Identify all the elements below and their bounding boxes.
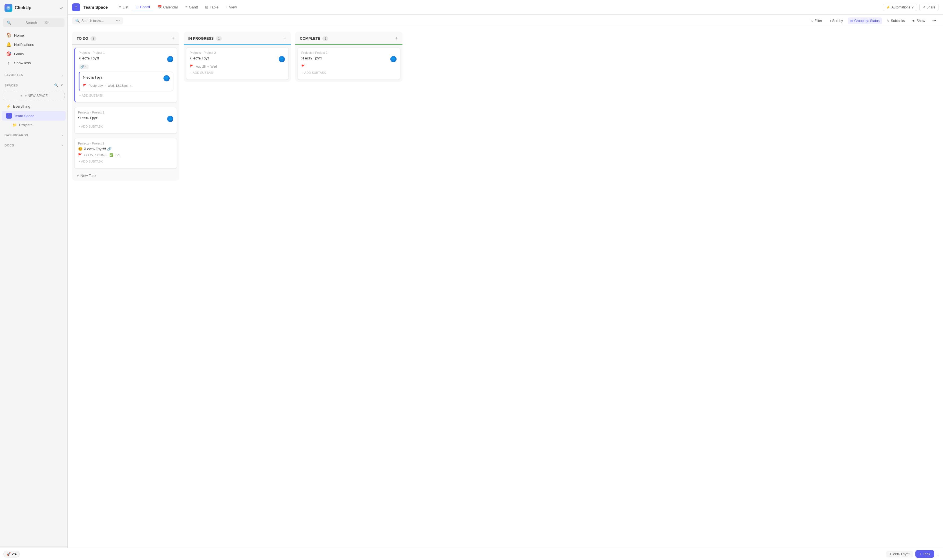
share-icon: ↗ [923,5,925,9]
rocket-badge[interactable]: 🚀 2/4 [3,551,20,557]
plus-icon: + [919,552,921,556]
share-button[interactable]: ↗ Share [919,4,938,11]
card-meta: 🚩 Aug 28 → Wed [190,65,285,68]
new-task-button[interactable]: + New Task [72,171,179,180]
main-content: T Team Space ≡ List ⊞ Board 📅 Calendar ≡… [68,0,943,560]
table-icon: ⊟ [205,5,208,9]
tab-gantt[interactable]: ≡ Gantt [182,3,201,11]
sidebar-item-team-space[interactable]: T Team Space [2,111,66,120]
logo-icon [5,4,12,12]
add-subtask-button[interactable]: + ADD SUBTASK [78,123,173,130]
task-preview[interactable]: Я есть Грут!! [886,551,913,557]
sidebar-item-notifications[interactable]: 🔔 Notifications [2,40,66,49]
task-card[interactable]: Projects › Project 2 Я есть Грут 🌐 🚩 Aug… [186,47,288,80]
show-button[interactable]: 👁 Show [909,17,928,24]
automations-icon: ⚡ [886,5,890,9]
search-options-icon[interactable]: ••• [116,18,120,23]
column-count-complete: 1 [322,36,328,41]
spaces-label: SPACES [5,84,18,87]
new-task-label: New Task [81,174,96,178]
column-todo: TO DO 3 + Projects › Project 1 Я есть Гр… [72,32,179,180]
sidebar-item-home[interactable]: 🏠 Home [2,31,66,40]
column-header-todo: TO DO 3 + [72,32,179,45]
card-breadcrumb: Projects › Project 1 [78,111,173,114]
search-input[interactable] [82,19,114,23]
everything-icon: ⚡ [6,104,11,108]
topbar: T Team Space ≡ List ⊞ Board 📅 Calendar ≡… [68,0,943,15]
subcard[interactable]: Я есть Грут 🌐 🚩 Yesterday → Wed, 12:15am… [79,72,173,91]
sort-button[interactable]: ↕ Sort by [827,17,846,24]
logo-text: ClickUp [15,5,32,11]
card-title: Я есть Грут! [301,56,390,60]
subcard-meta: 🚩 Yesterday → Wed, 12:15am 🏷 [83,84,169,87]
flag-red-icon: 🚩 [301,65,305,68]
grid-view-icon[interactable]: ⊞ [937,552,940,556]
add-task-label: Task [923,552,930,556]
task-card[interactable]: Projects › Project 2 😊 Я есть Грут!!! 🔗 … [74,138,177,168]
tab-calendar[interactable]: 📅 Calendar [154,3,182,11]
spaces-chevron-icon[interactable]: ∨ [61,83,63,87]
spaces-icons: 🔍 ∨ [54,83,63,87]
topbar-title: Team Space [83,5,108,9]
assignee-avatar: 🌐 [390,56,396,62]
assignee-avatar: 🌐 [279,56,285,62]
topbar-right: ⚡ Automations ∨ ↗ Share [883,4,938,11]
filter-button[interactable]: ▽ Filter [808,17,824,24]
subtasks-button[interactable]: ↳ Subtasks [884,17,907,24]
card-title: Я есть Грут! [79,56,167,60]
tab-add-view[interactable]: + View [222,3,240,11]
tab-board[interactable]: ⊞ Board [132,3,153,11]
sidebar-item-goals[interactable]: 🎯 Goals [2,49,66,58]
card-header: Я есть Грут! 🌐 [301,56,396,62]
add-task-button[interactable]: + Task [915,550,934,558]
card-meta: 🔗 1 [79,65,173,69]
search-icon: 🔍 [75,18,80,23]
sidebar-item-projects[interactable]: 📁 Projects [2,121,66,129]
board-toolbar: 🔍 ••• ▽ Filter ↕ Sort by ⊞ Group by: Sta… [68,15,943,27]
sidebar-item-everything[interactable]: ⚡ Everything [2,102,66,111]
add-subtask-button[interactable]: + ADD SUBTASK [78,158,173,165]
column-add-todo[interactable]: + [172,35,175,42]
subtask-count: 1 [85,65,87,69]
column-title-inprogress: IN PROGRESS [188,36,214,40]
task-card[interactable]: Projects › Project 1 Я есть Грут! 🌐 🔗 1 [74,47,177,103]
task-card[interactable]: Projects › Project 2 Я есть Грут! 🌐 🚩 + … [297,47,400,80]
automations-button[interactable]: ⚡ Automations ∨ [883,4,917,11]
card-header: Я есть Грут! 🌐 [79,56,173,62]
tab-table[interactable]: ⊟ Table [202,3,222,11]
search-icon: 🔍 [7,20,23,25]
docs-expand-icon[interactable]: › [62,144,63,147]
sidebar-item-label: Goals [14,52,24,56]
dashboards-expand-icon[interactable]: › [62,134,63,137]
sidebar-nav: 🏠 Home 🔔 Notifications 🎯 Goals ↑ Show le… [0,29,67,69]
docs-section[interactable]: DOCS › [0,142,67,149]
favorites-expand-icon[interactable]: › [62,73,63,77]
column-add-complete[interactable]: + [395,35,398,42]
home-icon: 🏠 [6,33,11,38]
sidebar-item-show-less[interactable]: ↑ Show less [2,58,66,67]
add-subtask-button[interactable]: + ADD SUBTASK [79,92,173,99]
tab-list[interactable]: ≡ List [116,3,132,11]
card-breadcrumb: Projects › Project 2 [301,51,396,54]
card-breadcrumb: Projects › Project 2 [78,142,173,145]
board-icon: ⊞ [136,5,139,9]
column-inprogress: IN PROGRESS 1 + Projects › Project 2 Я е… [184,32,291,82]
more-options-button[interactable]: ••• [930,17,938,24]
group-by-button[interactable]: ⊞ Group by: Status [848,17,882,24]
task-search-box[interactable]: 🔍 ••• [72,17,123,25]
add-subtask-button[interactable]: + ADD SUBTASK [301,69,396,76]
gantt-icon: ≡ [185,5,188,9]
column-add-inprogress[interactable]: + [283,35,287,42]
flag-icon: 🚩 [83,84,87,87]
dashboards-label: DASHBOARDS [5,134,28,137]
new-space-button[interactable]: ＋ + NEW SPACE [3,91,65,100]
add-subtask-button[interactable]: + ADD SUBTASK [190,69,285,76]
search-spaces-icon[interactable]: 🔍 [54,83,59,87]
task-card[interactable]: Projects › Project 1 Я есть Грут!! 🌐 + A… [74,107,177,134]
subcard-title: Я есть Грут [83,75,163,80]
sidebar-collapse-icon[interactable]: « [60,5,63,11]
plus-icon: ＋ [20,93,23,98]
dashboards-section[interactable]: DASHBOARDS › [0,131,67,139]
check-icon: ✅ [109,153,113,157]
sidebar-search[interactable]: 🔍 Search ⌘K [3,18,65,27]
